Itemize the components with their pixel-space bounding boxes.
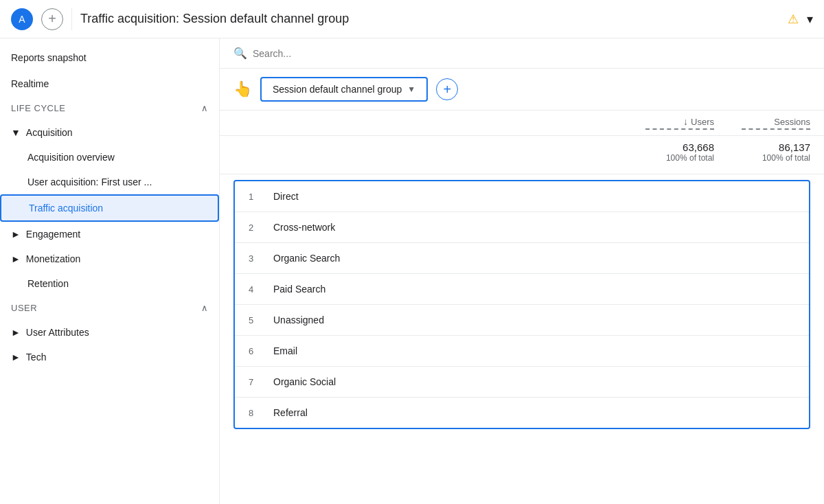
sidebar-section-user[interactable]: User ∧ bbox=[0, 296, 219, 320]
user-section-label: User bbox=[11, 303, 37, 313]
table-row[interactable]: 6 Email bbox=[235, 336, 809, 367]
monetization-label: Monetization bbox=[26, 253, 80, 264]
row-label: Paid Search bbox=[273, 284, 795, 295]
row-label: Organic Social bbox=[273, 376, 795, 387]
total-sessions-value: 86,137 bbox=[742, 141, 810, 153]
engagement-label: Engagement bbox=[26, 229, 80, 240]
row-number: 6 bbox=[249, 346, 262, 356]
sidebar-category-user-attributes[interactable]: ► User Attributes bbox=[0, 320, 219, 345]
row-number: 3 bbox=[249, 253, 262, 264]
retention-label: Retention bbox=[27, 278, 69, 289]
lifecycle-label: Life cycle bbox=[11, 103, 65, 113]
row-label: Cross-network bbox=[273, 222, 795, 233]
total-users-value: 63,668 bbox=[645, 141, 714, 153]
col-header-users[interactable]: ↓ Users bbox=[645, 116, 714, 130]
total-users-pct: 100% of total bbox=[645, 153, 714, 163]
total-sessions-pct: 100% of total bbox=[742, 153, 810, 163]
user-attributes-label: User Attributes bbox=[26, 327, 89, 338]
row-number: 4 bbox=[249, 284, 262, 295]
page-title: Traffic acquisition: Session default cha… bbox=[80, 12, 779, 26]
column-headers: ↓ Users Sessions bbox=[220, 111, 824, 136]
acquisition-label: Acquisition bbox=[26, 127, 73, 138]
top-bar: A + Traffic acquisition: Session default… bbox=[0, 0, 824, 38]
table-header: 👆 Session default channel group ▼ + bbox=[220, 69, 824, 111]
warning-icon: ⚠ bbox=[788, 12, 799, 27]
sessions-column-label: Sessions bbox=[774, 117, 810, 127]
table-row[interactable]: 8 Referral bbox=[235, 398, 809, 428]
sort-down-icon: ↓ bbox=[683, 116, 688, 127]
sidebar-item-retention[interactable]: Retention bbox=[0, 271, 219, 296]
table-row[interactable]: 5 Unassigned bbox=[235, 305, 809, 336]
sidebar-category-acquisition[interactable]: ▼ Acquisition bbox=[0, 120, 219, 145]
sidebar-category-tech[interactable]: ► Tech bbox=[0, 345, 219, 369]
sidebar-section-lifecycle[interactable]: Life cycle ∧ bbox=[0, 96, 219, 120]
content-area: 🔍 👆 Session default channel group ▼ + ↓ … bbox=[220, 38, 824, 504]
row-label: Email bbox=[273, 345, 795, 356]
row-label: Direct bbox=[273, 191, 795, 202]
col-header-sessions[interactable]: Sessions bbox=[742, 116, 810, 130]
pointer-icon: 👆 bbox=[233, 80, 252, 98]
sidebar-item-user-acquisition[interactable]: User acquisition: First user ... bbox=[0, 170, 219, 194]
row-label: Referral bbox=[273, 407, 795, 418]
sidebar-item-reports-snapshot[interactable]: Reports snapshot bbox=[0, 44, 219, 71]
totals-row: 63,668 100% of total 86,137 100% of tota… bbox=[220, 136, 824, 174]
user-collapse-icon: ∧ bbox=[201, 303, 209, 313]
sidebar-category-engagement[interactable]: ► Engagement bbox=[0, 222, 219, 247]
table-row[interactable]: 3 Organic Search bbox=[235, 243, 809, 274]
table-row[interactable]: 2 Cross-network bbox=[235, 212, 809, 243]
sidebar-item-realtime[interactable]: Realtime bbox=[0, 71, 219, 96]
add-dimension-button[interactable]: + bbox=[436, 78, 458, 100]
row-number: 8 bbox=[249, 408, 262, 418]
monetization-chevron-icon: ► bbox=[11, 253, 21, 264]
total-sessions-cell: 86,137 100% of total bbox=[742, 141, 810, 163]
add-tab-button[interactable]: + bbox=[41, 8, 63, 30]
table-row[interactable]: 4 Paid Search bbox=[235, 274, 809, 305]
sidebar: Reports snapshot Realtime Life cycle ∧ ▼… bbox=[0, 38, 220, 504]
row-number: 7 bbox=[249, 377, 262, 387]
row-number: 1 bbox=[249, 192, 262, 202]
user-attributes-chevron-icon: ► bbox=[11, 327, 21, 338]
tech-chevron-icon: ► bbox=[11, 352, 21, 363]
search-bar: 🔍 bbox=[220, 38, 824, 69]
dimension-dropdown[interactable]: Session default channel group ▼ bbox=[260, 77, 428, 102]
divider bbox=[71, 8, 72, 30]
dimension-dropdown-label: Session default channel group bbox=[273, 84, 402, 95]
table-row[interactable]: 7 Organic Social bbox=[235, 367, 809, 398]
sidebar-item-acquisition-overview[interactable]: Acquisition overview bbox=[0, 145, 219, 170]
acquisition-sub-items: Acquisition overview User acquisition: F… bbox=[0, 145, 219, 222]
row-label: Unassigned bbox=[273, 314, 795, 325]
table-row[interactable]: 1 Direct bbox=[235, 181, 809, 212]
row-number: 5 bbox=[249, 315, 262, 325]
total-users-cell: 63,668 100% of total bbox=[645, 141, 714, 163]
row-number: 2 bbox=[249, 222, 262, 233]
search-icon: 🔍 bbox=[233, 47, 247, 60]
avatar[interactable]: A bbox=[11, 8, 33, 30]
sidebar-category-monetization[interactable]: ► Monetization bbox=[0, 247, 219, 271]
lifecycle-collapse-icon: ∧ bbox=[201, 103, 209, 113]
engagement-chevron-icon: ► bbox=[11, 229, 21, 240]
main-layout: Reports snapshot Realtime Life cycle ∧ ▼… bbox=[0, 38, 824, 504]
search-input[interactable] bbox=[253, 48, 810, 59]
dropdown-chevron-icon: ▼ bbox=[407, 84, 415, 94]
data-table: 1 Direct 2 Cross-network 3 Organic Searc… bbox=[233, 180, 810, 429]
sidebar-item-traffic-acquisition[interactable]: Traffic acquisition bbox=[0, 194, 219, 222]
title-dropdown-arrow[interactable]: ▾ bbox=[807, 12, 813, 27]
tech-label: Tech bbox=[26, 352, 47, 363]
users-column-label: Users bbox=[691, 117, 714, 127]
acquisition-chevron-icon: ▼ bbox=[11, 127, 21, 138]
row-label: Organic Search bbox=[273, 253, 795, 264]
